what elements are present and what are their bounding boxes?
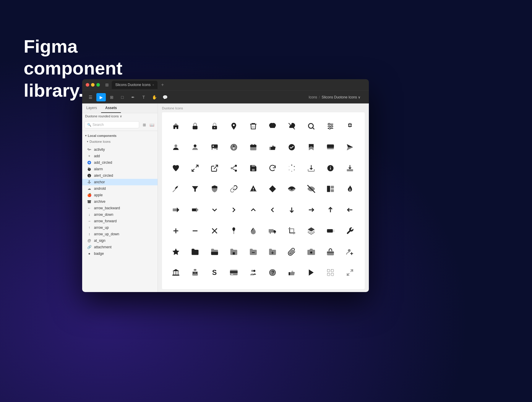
- icon-cell-check-circle[interactable]: [283, 138, 301, 156]
- icon-cell-arrow-right2[interactable]: [186, 201, 204, 219]
- icon-cell-drop[interactable]: [244, 222, 262, 240]
- icon-cell-loading[interactable]: [283, 159, 301, 177]
- icon-cell-eye-off[interactable]: [302, 180, 320, 198]
- list-item[interactable]: → arrow_forward: [82, 218, 158, 224]
- icon-cell-location[interactable]: [225, 117, 243, 135]
- icon-cell-warning[interactable]: [244, 180, 262, 198]
- icon-cell-diamond[interactable]: [263, 180, 282, 198]
- icon-cell-camera[interactable]: [302, 243, 320, 261]
- list-item[interactable]: alarm: [82, 166, 158, 172]
- icon-cell-trash[interactable]: [244, 117, 262, 135]
- list-item[interactable]: 🔗 attachment: [82, 244, 158, 250]
- icon-cell-image[interactable]: [205, 138, 224, 156]
- icon-cell-thumbup[interactable]: [263, 138, 282, 156]
- icon-cell-thumbup2[interactable]: [283, 263, 301, 282]
- list-item[interactable]: anchor: [82, 179, 158, 185]
- list-item[interactable]: ← arrow_backward: [82, 205, 158, 211]
- icon-cell-chevron-right[interactable]: [225, 201, 243, 219]
- icon-cell-bank[interactable]: [167, 263, 185, 282]
- icon-cell-compass[interactable]: [225, 138, 243, 156]
- list-item[interactable]: activity: [82, 146, 158, 153]
- icon-cell-search[interactable]: [302, 117, 320, 135]
- icon-cell-dollar[interactable]: S: [205, 263, 224, 282]
- icon-cell-save[interactable]: [244, 159, 262, 177]
- icon-cell-arrow-up2[interactable]: [321, 201, 340, 219]
- list-item[interactable]: ☁ androld: [82, 185, 158, 192]
- icon-cell-toolbox[interactable]: [321, 243, 340, 261]
- icon-cell-chevron-left[interactable]: [263, 201, 282, 219]
- icon-cell-star[interactable]: [167, 243, 185, 261]
- list-item[interactable]: + add: [82, 153, 158, 159]
- icon-cell-arrow-right-fill[interactable]: [167, 201, 185, 219]
- icon-cell-layers[interactable]: [302, 222, 320, 240]
- icon-cell-link[interactable]: [225, 180, 243, 198]
- icon-cell-wrench[interactable]: [341, 222, 359, 240]
- icon-cell-bell-off[interactable]: [283, 117, 301, 135]
- breadcrumb-current[interactable]: Slicons Duotone Icons ∨: [322, 95, 361, 99]
- icon-cell-close[interactable]: [205, 222, 224, 240]
- icon-cell-folder-open[interactable]: [205, 243, 224, 261]
- icon-cell-heart[interactable]: [167, 159, 185, 177]
- icon-cell-info[interactable]: [321, 159, 340, 177]
- icon-cell-plus[interactable]: [167, 222, 185, 240]
- breadcrumb-parent[interactable]: Icons: [309, 95, 317, 99]
- icon-cell-layout[interactable]: [321, 180, 340, 198]
- icon-cell-expand[interactable]: [186, 159, 204, 177]
- icon-cell-filter[interactable]: [186, 180, 204, 198]
- tab-layers[interactable]: Layers: [82, 103, 101, 113]
- icon-cell-battery[interactable]: [321, 222, 340, 240]
- icon-cell-refresh[interactable]: [263, 159, 282, 177]
- icon-cell-external-link[interactable]: [205, 159, 224, 177]
- icon-cell-people[interactable]: [244, 263, 262, 282]
- search-input-wrapper[interactable]: 🔍 Search: [85, 121, 139, 128]
- icon-cell-pin[interactable]: [225, 222, 243, 240]
- icon-cell-chevron-up[interactable]: [244, 201, 262, 219]
- icon-cell-shield[interactable]: [205, 180, 224, 198]
- icon-cell-folder-download[interactable]: [263, 243, 282, 261]
- icon-cell-calendar[interactable]: [244, 138, 262, 156]
- icon-cell-truck[interactable]: [263, 222, 282, 240]
- icon-cell-arrow-right3[interactable]: [302, 201, 320, 219]
- icon-cell-arrow-down2[interactable]: [283, 201, 301, 219]
- icon-cell-robot[interactable]: [186, 263, 204, 282]
- list-item[interactable]: ↑ arrow_up: [82, 224, 158, 231]
- icon-cell-minus[interactable]: [186, 222, 204, 240]
- list-item[interactable]: 🍎 apple: [82, 192, 158, 198]
- icon-cell-share[interactable]: [225, 159, 243, 177]
- icon-cell-play[interactable]: [302, 263, 320, 282]
- icon-cell-lock[interactable]: [186, 117, 204, 135]
- icon-cell-bookmark[interactable]: [302, 138, 320, 156]
- icon-cell-paperclip[interactable]: [283, 243, 301, 261]
- icon-cell-download2[interactable]: [341, 159, 359, 177]
- duotone-icons-header[interactable]: ▾ Duotone Icons: [85, 139, 155, 145]
- icon-cell-flame[interactable]: [341, 180, 359, 198]
- list-item[interactable]: ● badge: [82, 250, 158, 257]
- icon-cell-shrink[interactable]: [341, 263, 359, 282]
- local-components-header[interactable]: ▾ Local components: [85, 133, 155, 139]
- icon-cell-user[interactable]: [167, 138, 185, 156]
- icon-cell-leaf[interactable]: [167, 180, 185, 198]
- list-item[interactable]: @ at_sign: [82, 237, 158, 244]
- icon-cell-settings[interactable]: [341, 117, 359, 135]
- icon-cell-message[interactable]: [321, 138, 340, 156]
- icon-cell-help[interactable]: ?: [263, 263, 282, 282]
- list-item[interactable]: ↓ arrow_down: [82, 211, 158, 218]
- icon-cell-crop[interactable]: [283, 222, 301, 240]
- icon-cell-download[interactable]: [302, 159, 320, 177]
- list-item[interactable]: archive: [82, 198, 158, 205]
- icon-cell-send[interactable]: [341, 138, 359, 156]
- tab-assets[interactable]: Assets: [101, 103, 121, 113]
- icon-cell-folder-file[interactable]: [225, 243, 243, 261]
- icon-cell-home[interactable]: [167, 117, 185, 135]
- icon-cell-arrow-left[interactable]: [341, 201, 359, 219]
- dropdown-selector[interactable]: Duotone rounded icons ∨: [82, 113, 158, 119]
- icon-cell-user2[interactable]: [186, 138, 204, 156]
- list-view-button[interactable]: 📖: [149, 121, 155, 128]
- grid-view-button[interactable]: ⊞: [141, 121, 147, 128]
- icon-cell-select[interactable]: [321, 263, 340, 282]
- icon-cell-sliders[interactable]: [321, 117, 340, 135]
- icon-cell-bell[interactable]: [263, 117, 282, 135]
- icon-cell-folder[interactable]: [186, 243, 204, 261]
- icon-cell-user-add[interactable]: [341, 243, 359, 261]
- icon-cell-chevron-down[interactable]: [205, 201, 224, 219]
